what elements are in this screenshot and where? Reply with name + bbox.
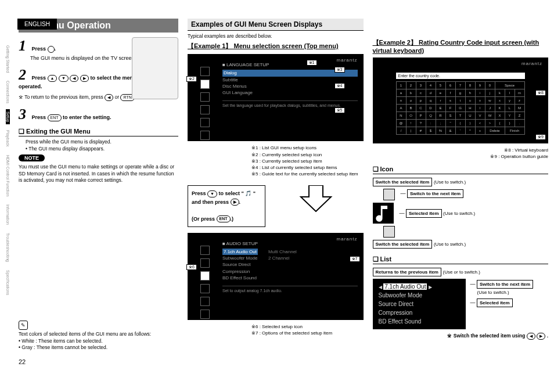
list-footnote: ※ Switch the selected item using <box>447 333 526 339</box>
exit-line: Press while the GUI menu is displayed. <box>26 139 178 145</box>
power-icon <box>48 46 55 53</box>
callout-8: ※8 <box>535 90 546 96</box>
side-tab: Playback <box>6 128 10 149</box>
side-tab: Specifications <box>6 268 10 297</box>
callout-4: ※4 <box>334 83 345 89</box>
use-hint: (Use to switch.) <box>443 211 475 216</box>
callout-1: ※1 <box>307 60 317 66</box>
virtual-keyboard: 1234567890Space abcdefghijklm nopqrstuvw… <box>396 81 525 135</box>
setup-category-icon-selected <box>200 271 210 280</box>
screen-guide-text: Set the language used for playback dialo… <box>222 100 358 107</box>
keyboard-input-field: Enter the country code. <box>396 73 526 79</box>
enter-key-icon: ENT <box>48 114 62 121</box>
screen-guide-text: Set to output analog 7.1ch audio. <box>222 286 358 293</box>
setup-category-icon <box>200 118 210 127</box>
menu-item-selected: 7.1ch Audio Out <box>222 249 258 255</box>
language-tab: ENGLISH <box>17 19 57 30</box>
left-key-icon: ◀ <box>70 75 78 82</box>
step-text: Press <box>32 114 48 120</box>
icon-placeholder <box>383 189 395 200</box>
side-tab: Getting Started <box>6 43 10 75</box>
list-item: BD Effect Sound <box>379 318 422 325</box>
down-key-icon: ▼ <box>207 190 217 197</box>
setup-category-icon <box>200 246 210 255</box>
colors-white: • White : These items can be selected. <box>19 338 178 344</box>
brand-label: marantz <box>337 57 358 63</box>
instruction-box: Press ▼ to select " 🎵 " and then press ▶… <box>188 185 265 227</box>
use-hint: (Use or to switch.) <box>443 269 480 275</box>
callout-9: ※9 <box>535 134 546 140</box>
side-navigation: Getting Started Connections Setup Playba… <box>6 42 13 315</box>
right-tri-icon: ▶ <box>429 284 432 291</box>
example2-legend: ※8 : Virtual keyboard ※9 : Operation but… <box>373 147 549 160</box>
label-selected: Selected item <box>477 299 513 307</box>
setup-category-icon-selected <box>200 80 210 89</box>
menu-item: BD Effect Sound <box>222 275 258 281</box>
setup-category-icon <box>200 258 210 268</box>
step-number: 3 <box>19 106 30 123</box>
menu-item: Subtitle <box>222 77 358 83</box>
menu-item: Source Direct <box>222 261 258 268</box>
examples-intro: Typical examples are described below. <box>188 33 364 39</box>
menu-item: Subwoofer Mode <box>222 255 258 261</box>
example1-screen: marantz ■ LANGUAGE SETUP Dialog Subtitle… <box>188 54 364 141</box>
list-item: Subwoofer Mode <box>379 292 423 299</box>
left-key-icon: ◀ <box>527 333 535 340</box>
use-hint: (Use to switch.) <box>477 290 534 295</box>
setup-category-icon <box>200 310 210 319</box>
brand-label: marantz <box>337 236 358 242</box>
note-label: NOTE <box>19 154 45 161</box>
down-arrow-icon <box>298 185 333 212</box>
option-item: 2 Channel <box>268 255 297 261</box>
left-tri-icon: ◀ <box>379 284 382 291</box>
note-body: You must use the GUI menu to make settin… <box>19 164 178 184</box>
setup-category-icon <box>200 284 210 293</box>
list-item: Compression <box>379 310 413 316</box>
down-key-icon: ▼ <box>59 75 69 82</box>
label-next: Switch to the next item <box>407 189 463 198</box>
setup-category-icon <box>200 92 210 102</box>
use-hint: (Use to switch.) <box>434 179 466 185</box>
menu-item: Compression <box>222 268 258 275</box>
example1-heading: 【Example 1】 Menu selection screen (Top m… <box>188 42 364 51</box>
icon-heading: ❑ Icon <box>373 166 549 174</box>
callout-6: ※6 <box>186 264 197 270</box>
right-key-icon: ▶ <box>231 199 239 206</box>
label-next: Switch to the next item <box>477 280 533 289</box>
colors-intro: Text colors of selected items of the GUI… <box>19 331 178 337</box>
exit-heading: ❑ Exiting the GUI Menu <box>19 128 178 136</box>
list-item-selected: 7.1ch Audio Out <box>383 283 427 290</box>
remote-control-illustration <box>132 37 178 99</box>
side-tab-active: Setup <box>6 109 10 124</box>
list-box: ◀ 7.1ch Audio Out ▶ Subwoofer Mode Sourc… <box>373 279 466 329</box>
step-number: 1 <box>19 37 30 55</box>
enter-key-icon: ENT <box>217 215 231 222</box>
label-switch-bot: Switch the selected item <box>373 240 433 249</box>
side-tab: Information <box>6 202 10 227</box>
brand-label: marantz <box>521 61 542 66</box>
example1b-legend: ※6 : Selected setup icon ※7 : Options of… <box>251 323 364 336</box>
example2-heading: 【Example 2】 Rating Country Code input sc… <box>373 38 549 54</box>
callout-3: ※3 <box>334 67 345 73</box>
colors-gray: • Gray : These items cannot be selected. <box>19 344 178 351</box>
label-switch-top: Switch the selected item <box>373 178 433 186</box>
side-tab: Connections <box>6 78 10 106</box>
return-note: ※ To return to the previous item, press <box>19 94 105 100</box>
list-heading: ❑ List <box>373 256 549 264</box>
side-tab: Troubleshooting <box>6 231 10 264</box>
callout-5: ※5 <box>334 107 345 113</box>
label-return: Returns to the previous item <box>373 268 441 276</box>
page-number: 22 <box>19 358 548 365</box>
step-text: Press <box>32 75 48 81</box>
setup-category-icon <box>200 297 210 306</box>
icon-diagram: Switch the selected item (Use to switch.… <box>373 178 549 249</box>
menu-item: GUI Language <box>222 89 358 96</box>
example2-screen: marantz Enter the country code. 12345678… <box>373 57 549 143</box>
icon-placeholder <box>383 226 395 238</box>
setup-category-icon <box>200 131 210 140</box>
list-item: Source Direct <box>379 301 414 307</box>
example1-legend: ※1 : List GUI menu setup icons ※2 : Curr… <box>251 145 364 177</box>
setup-category-icon <box>200 67 210 76</box>
use-hint: (Use to switch.) <box>434 242 466 247</box>
up-key-icon: ▲ <box>48 75 57 82</box>
